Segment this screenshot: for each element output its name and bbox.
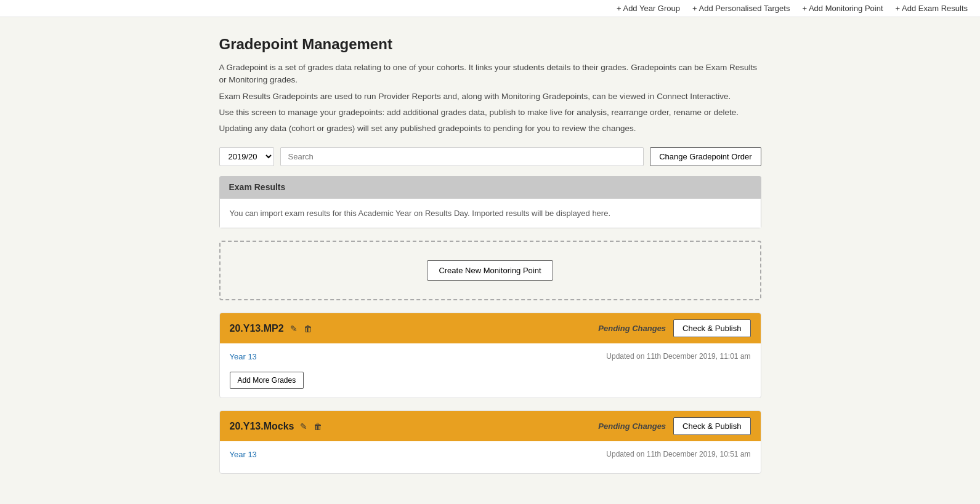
add-exam-results-link[interactable]: + Add Exam Results [896, 4, 968, 13]
check-publish-button-1[interactable]: Check & Publish [673, 319, 750, 337]
top-navigation: + Add Year Group + Add Personalised Targ… [0, 0, 980, 17]
description-line-2: Exam Results Gradepoints are used to run… [219, 90, 761, 103]
gradepoint-body-row-2: Year 13 Updated on 11th December 2019, 1… [230, 450, 751, 465]
add-year-group-link[interactable]: + Add Year Group [617, 4, 680, 13]
exam-results-text: You can import exam results for this Aca… [230, 209, 611, 218]
controls-row: 2019/20 2018/19 2017/18 Change Gradepoin… [219, 147, 761, 166]
exam-results-body: You can import exam results for this Aca… [219, 198, 761, 228]
exam-results-header: Exam Results [219, 176, 761, 198]
gradepoint-header-1: 20.Y13.MP2 ✎ 🗑 Pending Changes Check & P… [220, 313, 761, 343]
year-group-link-1[interactable]: Year 13 [230, 352, 257, 361]
gradepoint-body-2: Year 13 Updated on 11th December 2019, 1… [220, 441, 761, 473]
gradepoint-title-area-1: 20.Y13.MP2 ✎ 🗑 [230, 323, 312, 334]
page-title: Gradepoint Management [219, 36, 761, 53]
delete-icon-1[interactable]: 🗑 [304, 324, 312, 334]
gradepoint-header-2: 20.Y13.Mocks ✎ 🗑 Pending Changes Check &… [220, 411, 761, 441]
check-publish-button-2[interactable]: Check & Publish [673, 417, 750, 435]
gradepoint-title-1: 20.Y13.MP2 [230, 323, 284, 334]
add-more-grades-button-1[interactable]: Add More Grades [230, 372, 304, 389]
delete-icon-2[interactable]: 🗑 [314, 422, 322, 431]
description-line-3: Use this screen to manage your gradepoin… [219, 106, 761, 119]
updated-text-1: Updated on 11th December 2019, 11:01 am [606, 352, 750, 361]
gradepoint-right-1: Pending Changes Check & Publish [598, 319, 750, 337]
exam-results-title: Exam Results [229, 182, 286, 192]
edit-icon-1[interactable]: ✎ [290, 324, 298, 334]
gradepoint-body-1: Year 13 Updated on 11th December 2019, 1… [220, 343, 761, 398]
year-group-link-2[interactable]: Year 13 [230, 450, 257, 459]
gradepoint-body-row-1: Year 13 Updated on 11th December 2019, 1… [230, 352, 751, 367]
search-input[interactable] [280, 147, 644, 166]
add-monitoring-point-link[interactable]: + Add Monitoring Point [802, 4, 883, 13]
edit-icon-2[interactable]: ✎ [300, 422, 307, 431]
gradepoint-title-2: 20.Y13.Mocks [230, 421, 294, 432]
pending-changes-label-1: Pending Changes [598, 324, 666, 333]
create-monitoring-box: Create New Monitoring Point [219, 241, 761, 300]
gradepoint-card-1: 20.Y13.MP2 ✎ 🗑 Pending Changes Check & P… [219, 313, 761, 398]
year-select[interactable]: 2019/20 2018/19 2017/18 [219, 147, 274, 166]
description-line-1: A Gradepoint is a set of grades data rel… [219, 62, 761, 87]
description-line-4: Updating any data (cohort or grades) wil… [219, 122, 761, 135]
gradepoint-right-2: Pending Changes Check & Publish [598, 417, 750, 435]
change-gradepoint-order-button[interactable]: Change Gradepoint Order [650, 147, 761, 166]
main-content: Gradepoint Management A Gradepoint is a … [207, 36, 774, 474]
updated-text-2: Updated on 11th December 2019, 10:51 am [606, 450, 750, 458]
page-description: A Gradepoint is a set of grades data rel… [219, 62, 761, 135]
add-personalised-targets-link[interactable]: + Add Personalised Targets [692, 4, 790, 13]
pending-changes-label-2: Pending Changes [598, 422, 666, 431]
gradepoint-card-2: 20.Y13.Mocks ✎ 🗑 Pending Changes Check &… [219, 410, 761, 474]
create-monitoring-point-button[interactable]: Create New Monitoring Point [427, 260, 553, 281]
gradepoint-title-area-2: 20.Y13.Mocks ✎ 🗑 [230, 421, 323, 432]
exam-results-section: Exam Results You can import exam results… [219, 176, 761, 228]
